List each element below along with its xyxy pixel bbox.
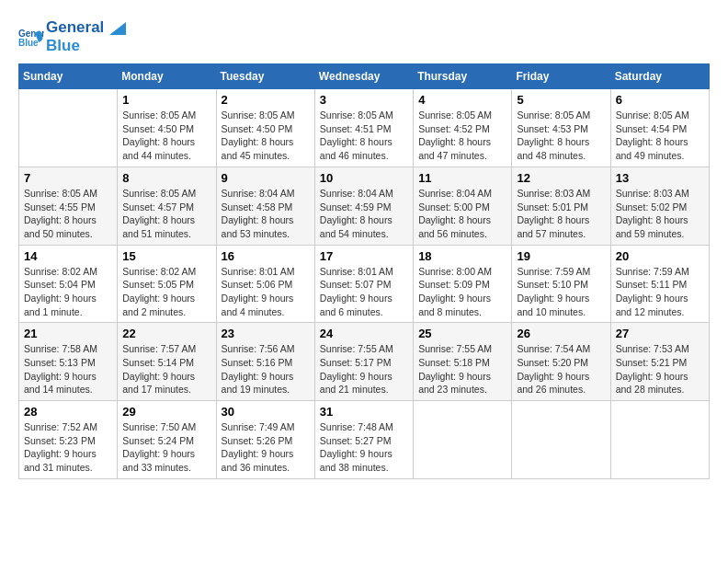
empty-cell (414, 401, 512, 479)
day-number: 25 (418, 327, 506, 340)
empty-cell (19, 89, 118, 167)
day-number: 9 (222, 171, 310, 185)
day-info: Sunrise: 7:58 AMSunset: 5:13 PMDaylight:… (24, 342, 112, 396)
day-cell-14: 14Sunrise: 8:02 AMSunset: 5:04 PMDayligh… (19, 245, 118, 323)
day-cell-26: 26Sunrise: 7:54 AMSunset: 5:20 PMDayligh… (512, 323, 610, 401)
day-cell-11: 11Sunrise: 8:04 AMSunset: 5:00 PMDayligh… (414, 167, 512, 245)
header-day-wednesday: Wednesday (314, 64, 413, 89)
day-number: 16 (222, 249, 310, 263)
day-number: 21 (24, 327, 112, 340)
day-info: Sunrise: 7:59 AMSunset: 5:10 PMDaylight:… (517, 265, 605, 319)
day-info: Sunrise: 8:05 AMSunset: 4:55 PMDaylight:… (24, 187, 112, 241)
week-row-5: 28Sunrise: 7:52 AMSunset: 5:23 PMDayligh… (19, 401, 710, 479)
logo-blue: Blue (46, 37, 126, 55)
day-info: Sunrise: 7:56 AMSunset: 5:16 PMDaylight:… (222, 342, 310, 396)
day-info: Sunrise: 7:54 AMSunset: 5:20 PMDaylight:… (517, 342, 605, 396)
logo-general: General (46, 18, 126, 37)
day-info: Sunrise: 8:03 AMSunset: 5:02 PMDaylight:… (616, 187, 704, 241)
day-number: 22 (122, 327, 210, 340)
day-cell-4: 4Sunrise: 8:05 AMSunset: 4:52 PMDaylight… (414, 89, 512, 167)
day-cell-20: 20Sunrise: 7:59 AMSunset: 5:11 PMDayligh… (610, 245, 709, 323)
day-cell-9: 9Sunrise: 8:04 AMSunset: 4:58 PMDaylight… (216, 167, 314, 245)
day-cell-30: 30Sunrise: 7:49 AMSunset: 5:26 PMDayligh… (216, 401, 314, 479)
day-info: Sunrise: 7:59 AMSunset: 5:11 PMDaylight:… (616, 265, 704, 319)
header-day-monday: Monday (118, 64, 216, 89)
day-cell-21: 21Sunrise: 7:58 AMSunset: 5:13 PMDayligh… (19, 323, 118, 401)
day-info: Sunrise: 8:01 AMSunset: 5:06 PMDaylight:… (222, 265, 310, 319)
week-row-1: 1Sunrise: 8:05 AMSunset: 4:50 PMDaylight… (19, 89, 710, 167)
day-number: 19 (517, 249, 605, 263)
day-cell-1: 1Sunrise: 8:05 AMSunset: 4:50 PMDaylight… (118, 89, 216, 167)
day-info: Sunrise: 7:55 AMSunset: 5:18 PMDaylight:… (418, 342, 506, 396)
day-info: Sunrise: 8:05 AMSunset: 4:50 PMDaylight:… (122, 109, 210, 163)
svg-marker-2 (109, 22, 126, 35)
day-number: 8 (122, 171, 210, 185)
empty-cell (610, 401, 709, 479)
day-cell-31: 31Sunrise: 7:48 AMSunset: 5:27 PMDayligh… (314, 401, 413, 479)
day-info: Sunrise: 8:01 AMSunset: 5:07 PMDaylight:… (320, 265, 408, 319)
day-cell-10: 10Sunrise: 8:04 AMSunset: 4:59 PMDayligh… (314, 167, 413, 245)
day-cell-13: 13Sunrise: 8:03 AMSunset: 5:02 PMDayligh… (610, 167, 709, 245)
day-cell-2: 2Sunrise: 8:05 AMSunset: 4:50 PMDaylight… (216, 89, 314, 167)
day-cell-6: 6Sunrise: 8:05 AMSunset: 4:54 PMDaylight… (610, 89, 709, 167)
day-info: Sunrise: 8:02 AMSunset: 5:04 PMDaylight:… (24, 265, 112, 319)
day-number: 3 (320, 93, 408, 107)
day-number: 17 (320, 249, 408, 263)
svg-text:Blue: Blue (18, 38, 39, 48)
day-info: Sunrise: 8:05 AMSunset: 4:51 PMDaylight:… (320, 109, 408, 163)
header-day-tuesday: Tuesday (216, 64, 314, 89)
day-info: Sunrise: 7:50 AMSunset: 5:24 PMDaylight:… (122, 420, 210, 475)
day-number: 26 (517, 327, 605, 340)
empty-cell (512, 401, 610, 479)
header-day-saturday: Saturday (610, 64, 709, 89)
day-number: 27 (616, 327, 704, 340)
day-info: Sunrise: 8:04 AMSunset: 4:58 PMDaylight:… (222, 187, 310, 241)
week-row-3: 14Sunrise: 8:02 AMSunset: 5:04 PMDayligh… (19, 245, 710, 323)
day-number: 7 (24, 171, 112, 185)
day-info: Sunrise: 8:05 AMSunset: 4:54 PMDaylight:… (616, 109, 704, 163)
day-info: Sunrise: 8:04 AMSunset: 5:00 PMDaylight:… (418, 187, 506, 241)
day-number: 18 (418, 249, 506, 263)
day-info: Sunrise: 8:04 AMSunset: 4:59 PMDaylight:… (320, 187, 408, 241)
day-cell-7: 7Sunrise: 8:05 AMSunset: 4:55 PMDaylight… (19, 167, 118, 245)
day-info: Sunrise: 8:02 AMSunset: 5:05 PMDaylight:… (122, 265, 210, 319)
page-header: General Blue General Blue (18, 18, 710, 54)
day-number: 13 (616, 171, 704, 185)
day-number: 14 (24, 249, 112, 263)
day-number: 28 (24, 405, 112, 419)
day-info: Sunrise: 8:00 AMSunset: 5:09 PMDaylight:… (418, 265, 506, 319)
logo-triangle-icon (109, 22, 126, 35)
day-info: Sunrise: 7:49 AMSunset: 5:26 PMDaylight:… (222, 420, 310, 475)
day-cell-3: 3Sunrise: 8:05 AMSunset: 4:51 PMDaylight… (314, 89, 413, 167)
day-info: Sunrise: 8:03 AMSunset: 5:01 PMDaylight:… (517, 187, 605, 241)
day-info: Sunrise: 7:52 AMSunset: 5:23 PMDaylight:… (24, 420, 112, 475)
day-number: 12 (517, 171, 605, 185)
week-row-2: 7Sunrise: 8:05 AMSunset: 4:55 PMDaylight… (19, 167, 710, 245)
day-cell-23: 23Sunrise: 7:56 AMSunset: 5:16 PMDayligh… (216, 323, 314, 401)
day-number: 15 (122, 249, 210, 263)
day-cell-28: 28Sunrise: 7:52 AMSunset: 5:23 PMDayligh… (19, 401, 118, 479)
day-info: Sunrise: 8:05 AMSunset: 4:52 PMDaylight:… (418, 109, 506, 163)
day-number: 29 (122, 405, 210, 419)
day-number: 6 (616, 93, 704, 107)
day-number: 31 (320, 405, 408, 419)
day-info: Sunrise: 8:05 AMSunset: 4:53 PMDaylight:… (517, 109, 605, 163)
day-cell-16: 16Sunrise: 8:01 AMSunset: 5:06 PMDayligh… (216, 245, 314, 323)
header-day-friday: Friday (512, 64, 610, 89)
day-cell-15: 15Sunrise: 8:02 AMSunset: 5:05 PMDayligh… (118, 245, 216, 323)
day-number: 24 (320, 327, 408, 340)
day-info: Sunrise: 8:05 AMSunset: 4:57 PMDaylight:… (122, 187, 210, 241)
logo-icon: General Blue (18, 24, 44, 50)
day-cell-18: 18Sunrise: 8:00 AMSunset: 5:09 PMDayligh… (414, 245, 512, 323)
day-number: 5 (517, 93, 605, 107)
day-number: 20 (616, 249, 704, 263)
header-day-thursday: Thursday (414, 64, 512, 89)
day-cell-22: 22Sunrise: 7:57 AMSunset: 5:14 PMDayligh… (118, 323, 216, 401)
day-info: Sunrise: 7:55 AMSunset: 5:17 PMDaylight:… (320, 342, 408, 396)
day-cell-25: 25Sunrise: 7:55 AMSunset: 5:18 PMDayligh… (414, 323, 512, 401)
day-number: 30 (222, 405, 310, 419)
day-info: Sunrise: 8:05 AMSunset: 4:50 PMDaylight:… (222, 109, 310, 163)
day-cell-5: 5Sunrise: 8:05 AMSunset: 4:53 PMDaylight… (512, 89, 610, 167)
day-info: Sunrise: 7:48 AMSunset: 5:27 PMDaylight:… (320, 420, 408, 475)
day-info: Sunrise: 7:57 AMSunset: 5:14 PMDaylight:… (122, 342, 210, 396)
